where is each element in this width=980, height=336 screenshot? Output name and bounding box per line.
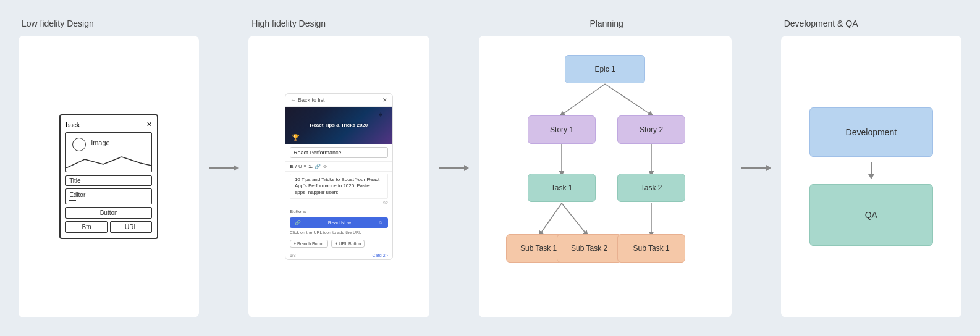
high-fidelity-title: High fidelity Design: [248, 19, 326, 28]
low-fidelity-section: Low fidelity Design back ✕ Image Title: [12, 12, 205, 324]
lofi-button-full: Button: [65, 207, 152, 219]
lofi-editor-label: Editor: [69, 191, 85, 198]
dev-arrow-line: [871, 162, 872, 174]
development-qa-section: Development & QA Development QA: [775, 12, 968, 324]
lofi-url-button: URL: [110, 221, 152, 233]
hifi-close-icon: ✕: [382, 97, 387, 103]
hifi-pagination: 1/3: [290, 253, 296, 258]
lofi-image-label: Image: [91, 139, 110, 146]
low-fidelity-title: Low fidelity Design: [19, 19, 94, 28]
planning-diagram: Epic 1 Story 1 Story 2 Task 1 Task 2: [506, 50, 704, 303]
qa-node: QA: [809, 184, 933, 246]
plan-epic-1-label: Epic 1: [594, 65, 615, 74]
arrow-line-3: [741, 167, 766, 169]
hifi-add-buttons-row: + Branch Button + URL Button: [285, 238, 392, 251]
hifi-card-next-link[interactable]: Card 2 ›: [373, 253, 388, 258]
dev-arrow-head-icon: [868, 174, 874, 179]
development-label: Development: [846, 127, 897, 137]
hifi-bold-btn[interactable]: B: [290, 164, 294, 169]
lofi-image-box: Image: [65, 132, 152, 172]
hifi-ol-btn[interactable]: 1.: [308, 164, 313, 169]
hifi-hero-image: React Tips & Tricks 2020 🏆 ⚛: [285, 107, 392, 144]
main-container: Low fidelity Design back ✕ Image Title: [12, 12, 968, 324]
lofi-mountain-icon: [66, 154, 152, 168]
plan-story-2-label: Story 2: [640, 125, 663, 134]
hifi-read-now-label: Read Now: [328, 220, 351, 225]
arrow-head-3: [766, 165, 771, 171]
svg-line-1: [605, 84, 651, 115]
hifi-list-btn[interactable]: ≡: [304, 164, 307, 169]
arrow-2: [436, 165, 473, 171]
hifi-char-count: 92: [285, 201, 392, 205]
hifi-buttons-label: Buttons: [285, 207, 392, 216]
high-fidelity-content: ← Back to list ✕ React Tips & Tricks 202…: [248, 36, 429, 317]
lofi-editor-field: Editor: [65, 188, 152, 204]
hifi-image-react-icon: ⚛: [378, 112, 383, 118]
lofi-header: back ✕: [65, 120, 152, 128]
planning-title: Planning: [586, 19, 623, 28]
hifi-emoji-icon: ☺: [378, 220, 383, 225]
plan-story-2: Story 2: [617, 116, 685, 144]
arrow-1: [205, 165, 242, 171]
hifi-wireframe: ← Back to list ✕ React Tips & Tricks 202…: [285, 93, 393, 260]
lofi-back-label: back: [65, 121, 80, 128]
hifi-footer: 1/3 Card 2 ›: [285, 251, 392, 259]
plan-subtask-2a: Sub Task 1: [617, 234, 685, 262]
svg-line-4: [540, 203, 562, 234]
hifi-link-btn[interactable]: 🔗: [315, 164, 321, 169]
hifi-card-next-label: Card 2: [373, 253, 386, 258]
lofi-circle-shape: [72, 138, 86, 151]
hifi-back-arrow-icon: ←: [290, 97, 296, 103]
hifi-branch-button[interactable]: + Branch Button: [290, 240, 328, 248]
plan-task-1-label: Task 1: [551, 183, 573, 192]
plan-subtask-2a-label: Sub Task 1: [633, 244, 670, 253]
arrow-right-2: [439, 165, 469, 171]
lofi-editor-line: [69, 200, 75, 201]
planning-content: Epic 1 Story 1 Story 2 Task 1 Task 2: [479, 36, 732, 317]
hifi-editor-toolbar: B I U ≡ 1. 🔗 ☺: [285, 161, 392, 172]
lofi-button-row: Btn URL: [65, 221, 152, 233]
arrow-3: [738, 165, 775, 171]
plan-subtask-1a-label: Sub Task 1: [520, 244, 557, 253]
lofi-wireframe: back ✕ Image Title Editor: [59, 114, 158, 239]
arrow-right-3: [741, 165, 771, 171]
qa-label: QA: [865, 210, 877, 220]
hifi-emoji-btn[interactable]: ☺: [323, 164, 327, 169]
development-node: Development: [809, 107, 933, 157]
dev-arrow: [868, 162, 874, 179]
hifi-back-label: Back to list: [298, 97, 325, 103]
plan-task-2-label: Task 2: [641, 183, 662, 192]
hifi-italic-btn[interactable]: I: [295, 164, 297, 169]
arrow-right-1: [209, 165, 239, 171]
hifi-title-input[interactable]: React Performance: [290, 147, 388, 158]
plan-subtask-1b: Sub Task 2: [557, 234, 622, 262]
plan-task-1: Task 1: [528, 174, 596, 202]
svg-line-0: [562, 84, 605, 115]
hifi-image-trophy-icon: 🏆: [292, 134, 299, 141]
development-qa-content: Development QA: [781, 36, 961, 317]
low-fidelity-content: back ✕ Image Title Editor: [19, 36, 199, 317]
hifi-url-add-button[interactable]: + URL Button: [331, 240, 365, 248]
planning-section: Planning: [473, 12, 738, 324]
dev-qa-diagram: Development QA: [790, 45, 952, 308]
arrow-line-1: [209, 167, 234, 169]
development-qa-title: Development & QA: [781, 19, 858, 28]
hifi-link-icon: 🔗: [295, 220, 301, 225]
hifi-back-nav: ← Back to list: [290, 97, 325, 103]
lofi-close-icon: ✕: [146, 120, 152, 128]
plan-story-1-label: Story 1: [550, 125, 573, 134]
arrow-head-2: [464, 165, 469, 171]
plan-story-1: Story 1: [528, 116, 596, 144]
hifi-underline-btn[interactable]: U: [298, 164, 302, 169]
hifi-image-title: React Tips & Tricks 2020: [310, 122, 368, 128]
arrow-line-2: [439, 167, 464, 169]
high-fidelity-section: High fidelity Design ← Back to list ✕ Re…: [242, 12, 435, 324]
hifi-read-now-button[interactable]: 🔗 Read Now ☺: [290, 217, 388, 228]
hifi-topbar: ← Back to list ✕: [285, 94, 392, 107]
hifi-link-help-text: Click on the URL icon to add the URL: [285, 230, 392, 235]
plan-task-2: Task 2: [617, 174, 685, 202]
arrow-head-1: [234, 165, 239, 171]
hifi-editor-content[interactable]: 10 Tips and Tricks to Boost Your React A…: [290, 174, 388, 199]
lofi-title-field: Title: [65, 175, 152, 186]
plan-subtask-1b-label: Sub Task 2: [571, 244, 607, 253]
